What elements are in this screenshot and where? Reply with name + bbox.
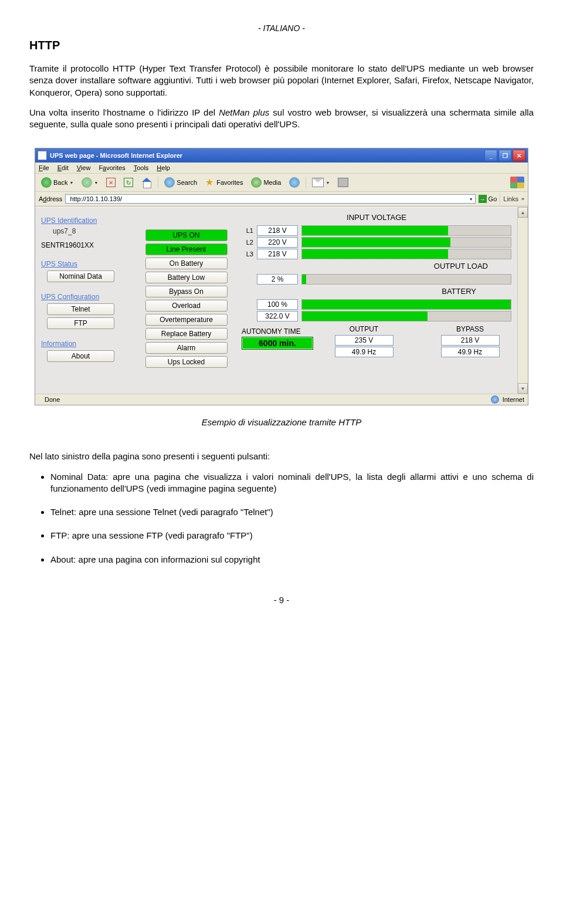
phase-label: L1: [242, 227, 253, 234]
go-button[interactable]: →Go: [479, 195, 497, 203]
bullet-ftp: FTP: apre una sessione FTP (vedi paragra…: [50, 530, 534, 541]
web-page-content: UPS Identification ups7_8 SENTR19601XX U…: [35, 207, 528, 394]
window-title: UPS web page - Microsoft Internet Explor…: [50, 152, 182, 159]
battery-v-bar: [301, 311, 511, 321]
status-text: Done: [45, 396, 60, 403]
search-button[interactable]: Search: [162, 176, 199, 189]
phase-value: 220 V: [257, 237, 298, 248]
bullet-list: Nominal Data: apre una pagina che visual…: [29, 471, 534, 566]
status-overload: Overload: [145, 300, 228, 312]
telnet-button[interactable]: Telnet: [47, 303, 114, 315]
screenshot-browser-window: UPS web page - Microsoft Internet Explor…: [35, 148, 528, 405]
favorites-button[interactable]: ★Favorites: [203, 177, 245, 188]
battery-pct-row: 100 %: [242, 299, 511, 310]
zone-text: Internet: [503, 396, 524, 403]
address-input[interactable]: http://10.1.10.139/ ▼: [65, 194, 475, 204]
output-load-value: 2 %: [257, 274, 298, 285]
phase-bar: [301, 237, 511, 248]
status-bar: Done Internet: [35, 394, 528, 405]
status-replace-battery: Replace Battery: [145, 328, 228, 340]
information-header[interactable]: Information: [41, 340, 132, 348]
phase-value: 218 V: [257, 249, 298, 259]
bypass-title: BYPASS: [429, 325, 511, 333]
scroll-down-button[interactable]: ▼: [518, 383, 528, 394]
status-alarm: Alarm: [145, 342, 228, 354]
media-button[interactable]: Media: [249, 176, 283, 189]
ftp-button[interactable]: FTP: [47, 317, 114, 329]
output-title: OUTPUT: [323, 325, 405, 333]
minimize-button[interactable]: _: [484, 150, 497, 161]
battery-v-row: 322.0 V: [242, 311, 511, 321]
ups-configuration-header[interactable]: UPS Configuration: [41, 293, 132, 301]
links-chevron-icon[interactable]: »: [521, 196, 524, 202]
phase-bar: [301, 225, 511, 236]
bypass-frequency: 49.9 Hz: [441, 347, 500, 357]
status-bypass-on: Bypass On: [145, 286, 228, 297]
page-number: - 9 -: [29, 595, 534, 605]
ups-identification-header[interactable]: UPS Identification: [41, 216, 132, 225]
status-on-battery: On Battery: [145, 258, 228, 269]
data-panel: INPUT VOLTAGE L1218 VL2220 VL3218 V OUTP…: [238, 207, 517, 394]
battery-v-value: 322.0 V: [257, 311, 298, 321]
output-voltage: 235 V: [335, 335, 394, 346]
status-ups-on: UPS ON: [145, 229, 228, 241]
output-load-title: OUTPUT LOAD: [242, 262, 511, 270]
print-button[interactable]: [335, 177, 351, 188]
home-button[interactable]: [139, 177, 154, 188]
maximize-button[interactable]: ❐: [498, 150, 511, 161]
menu-favorites[interactable]: Favorites: [99, 164, 125, 171]
bullet-about: About: apre una pagina con informazioni …: [50, 554, 534, 566]
links-label[interactable]: Links: [503, 195, 518, 202]
url-text: http://10.1.10.139/: [70, 195, 122, 202]
window-titlebar: UPS web page - Microsoft Internet Explor…: [35, 148, 528, 163]
output-frequency: 49.9 Hz: [335, 347, 394, 357]
phase-row-l2: L2220 V: [242, 237, 511, 248]
autonomy-value: 6000 min.: [242, 337, 313, 350]
windows-logo: [510, 177, 524, 188]
ups-serial: SENTR19601XX: [41, 241, 132, 249]
phase-label: L3: [242, 251, 253, 258]
address-dropdown-icon[interactable]: ▼: [469, 197, 473, 201]
doc-language-tag: - ITALIANO -: [29, 23, 534, 33]
scroll-up-button[interactable]: ▲: [518, 207, 528, 218]
menu-view[interactable]: View: [77, 164, 91, 171]
phase-row-l1: L1218 V: [242, 225, 511, 236]
bypass-voltage: 218 V: [441, 335, 500, 346]
menu-file[interactable]: File: [39, 164, 49, 171]
battery-pct-value: 100 %: [257, 299, 298, 310]
close-button[interactable]: ✕: [513, 150, 525, 161]
toolbar: Back▼ ▼ ✕ ↻ Search ★Favorites Media ▼: [35, 174, 528, 192]
output-block: OUTPUT 235 V 49.9 Hz: [323, 325, 405, 358]
output-load-bar: [301, 274, 511, 285]
about-button[interactable]: About: [47, 350, 114, 362]
ups-status-header[interactable]: UPS Status: [41, 260, 132, 268]
paragraph-buttons-intro: Nel lato sinistro della pagina sono pres…: [29, 451, 534, 462]
battery-title: BATTERY: [242, 287, 511, 296]
ups-id-value: ups7_8: [53, 227, 132, 235]
status-overtemperature: Overtemperature: [145, 314, 228, 326]
product-name: NetMan plus: [219, 107, 269, 117]
battery-pct-bar: [301, 299, 511, 310]
back-button[interactable]: Back▼: [39, 176, 76, 189]
menu-edit[interactable]: Edit: [57, 164, 69, 171]
stop-button[interactable]: ✕: [104, 177, 118, 188]
status-line-present: Line Present: [145, 243, 228, 255]
address-label: Address: [39, 195, 62, 202]
bullet-telnet: Telnet: apre una sessione Telnet (vedi p…: [50, 506, 534, 518]
forward-button[interactable]: ▼: [79, 176, 100, 189]
paragraph-intro-1: Tramite il protocollo HTTP (Hyper Text T…: [29, 63, 534, 99]
nominal-data-button[interactable]: Nominal Data: [47, 270, 114, 282]
menu-help[interactable]: Help: [157, 164, 170, 171]
history-button[interactable]: [287, 176, 302, 189]
page-icon: [38, 151, 47, 160]
autonomy-block: AUTONOMY TIME 6000 min.: [242, 327, 313, 350]
status-battery-low: Battery Low: [145, 272, 228, 283]
screenshot-caption: Esempio di visualizzazione tramite HTTP: [29, 417, 534, 427]
scrollbar[interactable]: ▲ ▼: [517, 207, 528, 394]
refresh-button[interactable]: ↻: [121, 177, 135, 188]
section-heading: HTTP: [29, 39, 534, 52]
menu-tools[interactable]: Tools: [134, 164, 149, 171]
phase-label: L2: [242, 239, 253, 246]
phase-bar: [301, 249, 511, 259]
mail-button[interactable]: ▼: [310, 177, 332, 188]
